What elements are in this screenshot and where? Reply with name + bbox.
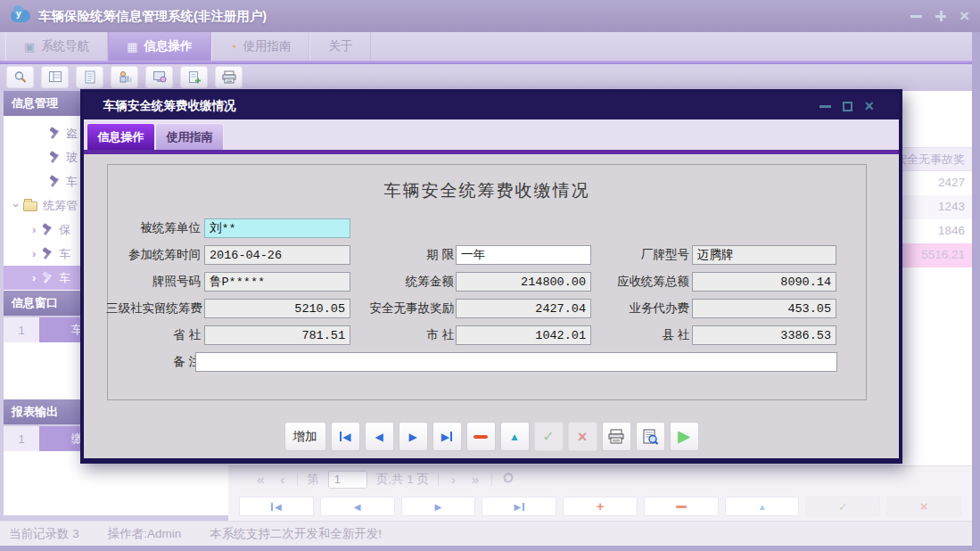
term-label: 期 限: [350, 245, 454, 265]
next-record-button[interactable]: ▶: [401, 497, 476, 516]
county-field[interactable]: [692, 325, 836, 345]
dialog-controls: ×: [819, 102, 874, 111]
document-add-icon[interactable]: [180, 66, 208, 88]
tree-item-label: 统筹管: [43, 198, 78, 214]
first-record-button[interactable]: ◀: [239, 497, 314, 516]
app-logo-icon: [11, 10, 30, 22]
dialog-tab-label: 信息操作: [98, 129, 144, 145]
county-label: 县 社: [579, 325, 689, 345]
grid-cell: 2427: [894, 171, 972, 195]
run-button[interactable]: ▶: [670, 422, 699, 451]
grid-cell: 5516.21: [894, 243, 972, 267]
dialog-vehicle-safety-fee: 车辆安全统筹费收缴情况 × 信息操作 使用指南 车辆安全统筹费收缴情况 被统筹单…: [80, 89, 902, 464]
first-record-icon: [271, 503, 273, 511]
next-record-button[interactable]: ▶: [399, 422, 428, 451]
amount-field[interactable]: [456, 272, 591, 292]
minimize-icon[interactable]: [910, 15, 922, 18]
level3-fee-label: 三级社实留统筹费: [106, 299, 201, 318]
edit-button[interactable]: ▲: [500, 422, 530, 451]
next-record-icon: ▶: [408, 431, 416, 443]
tab-about[interactable]: 关于: [309, 32, 371, 61]
join-date-field[interactable]: [204, 245, 350, 265]
chevron-down-icon[interactable]: ›: [10, 203, 23, 207]
print-button[interactable]: [602, 422, 631, 451]
cancel-button[interactable]: ×: [568, 422, 597, 451]
tree-item-label: 盗: [66, 126, 78, 142]
tab-label: 使用指南: [243, 38, 291, 54]
tree-item-label: 玻: [66, 150, 78, 166]
search-icon[interactable]: [6, 66, 34, 88]
close-icon[interactable]: ×: [959, 11, 969, 21]
restore-icon[interactable]: [935, 11, 946, 21]
form-title: 车辆安全统筹费收缴情况: [108, 179, 866, 202]
sidebar-header-label: 信息管理: [12, 95, 58, 111]
record-nav-bar: ◀ ◀ ▶ ▶ + ▲ ✓ ×: [228, 492, 972, 521]
dialog-close-icon[interactable]: ×: [864, 102, 874, 111]
monitor-icon[interactable]: [145, 66, 173, 88]
triangle-up-icon: ▲: [509, 431, 520, 443]
next-page-icon[interactable]: ›: [448, 472, 459, 487]
user-stats-icon[interactable]: [111, 66, 138, 88]
grid-column-header[interactable]: 安全无事故奖: [894, 148, 972, 170]
list-item-index: 1: [4, 317, 39, 342]
level3-fee-field[interactable]: [204, 299, 350, 318]
dialog-tab-user-guide[interactable]: 使用指南: [155, 123, 224, 150]
tab-info-operation[interactable]: ▦ 信息操作: [108, 32, 210, 61]
printer-icon[interactable]: [215, 66, 243, 88]
confirm-record-button[interactable]: ✓: [805, 497, 880, 516]
tab-system-nav[interactable]: ▣ 系统导航: [5, 32, 108, 61]
remark-field[interactable]: [195, 352, 837, 372]
tab-label: 关于: [328, 38, 352, 54]
print-preview-button[interactable]: [636, 422, 665, 451]
total-receivable-label: 应收统筹总额: [579, 272, 689, 292]
first-record-button[interactable]: ◀: [331, 422, 360, 451]
prev-record-button[interactable]: ◀: [320, 497, 395, 516]
province-field[interactable]: [204, 325, 350, 345]
last-record-button[interactable]: ▶: [482, 497, 556, 516]
first-record-icon: [340, 432, 342, 441]
edit-record-button[interactable]: ▲: [725, 497, 800, 516]
dialog-titlebar[interactable]: 车辆安全统筹费收缴情况 ×: [84, 93, 899, 119]
brand-field[interactable]: [692, 245, 836, 265]
delete-record-button[interactable]: [644, 497, 719, 516]
dialog-maximize-icon[interactable]: [843, 102, 852, 111]
city-field[interactable]: [456, 325, 591, 345]
tree-item-label: 保: [59, 222, 70, 238]
tab-label: 系统导航: [41, 38, 89, 54]
add-record-button[interactable]: +: [563, 497, 638, 516]
dialog-minimize-icon[interactable]: [819, 105, 831, 108]
first-page-icon[interactable]: «: [253, 472, 268, 487]
tree-item-label: 车: [66, 174, 78, 190]
chevron-right-icon[interactable]: ›: [32, 223, 36, 236]
prev-record-button[interactable]: ◀: [365, 422, 394, 451]
document-icon[interactable]: [76, 66, 103, 88]
chevron-right-icon[interactable]: ›: [32, 247, 36, 260]
last-record-button[interactable]: ▶: [432, 422, 462, 451]
confirm-button[interactable]: ✓: [534, 422, 564, 451]
plate-field[interactable]: [204, 272, 350, 292]
add-button[interactable]: 增加: [284, 422, 326, 451]
prev-page-icon[interactable]: ‹: [276, 472, 288, 487]
sidebar-header-label: 信息窗口: [12, 295, 58, 311]
grid-list-icon[interactable]: [41, 66, 69, 88]
delete-button[interactable]: [466, 422, 496, 451]
page-number-input[interactable]: [328, 471, 367, 489]
term-field[interactable]: [456, 245, 591, 265]
grid-cell: 1243: [894, 195, 972, 219]
chevron-right-icon[interactable]: ›: [32, 271, 36, 284]
refresh-icon[interactable]: [501, 471, 515, 488]
check-icon: ✓: [542, 428, 554, 445]
cancel-record-button[interactable]: ×: [886, 497, 961, 516]
prev-record-icon: ◀: [375, 431, 383, 443]
agency-fee-field[interactable]: [692, 299, 836, 318]
insured-unit-field[interactable]: [204, 218, 350, 238]
dialog-body: 车辆安全统筹费收缴情况 被统筹单位 参加统筹时间 期 限 厂牌型号 牌照号码 统…: [84, 154, 899, 458]
total-receivable-field[interactable]: [692, 272, 836, 292]
tab-user-guide[interactable]: ◔ 使用指南: [211, 32, 310, 61]
safety-reward-field[interactable]: [456, 299, 591, 318]
remark-label: 备 注: [106, 352, 201, 372]
last-page-icon[interactable]: »: [468, 472, 482, 487]
info-operation-icon: ▦: [127, 41, 137, 53]
dialog-tab-info-operation[interactable]: 信息操作: [86, 123, 155, 150]
dialog-tabbar: 信息操作 使用指南: [84, 119, 899, 150]
